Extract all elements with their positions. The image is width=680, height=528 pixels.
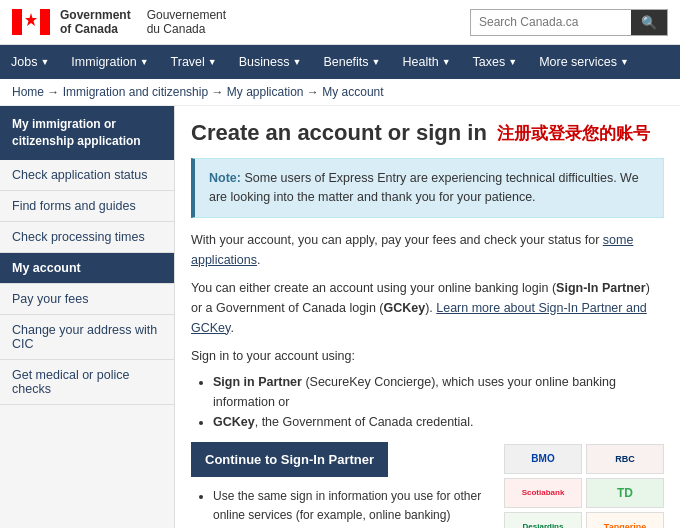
svg-rect-1	[40, 9, 50, 35]
sidebar-item-processing-times[interactable]: Check processing times	[0, 222, 174, 253]
svg-rect-0	[12, 9, 22, 35]
note-label: Note:	[209, 171, 241, 185]
continue-signin-partner-button[interactable]: Continue to Sign-In Partner	[191, 442, 388, 477]
td-logo: TD	[586, 478, 664, 508]
scotiabank-logo: Scotiabank	[504, 478, 582, 508]
partner-logos: BMO RBC Scotiabank TD Desjardins Tangeri…	[504, 444, 664, 529]
desjardins-logo: Desjardins	[504, 512, 582, 529]
nav-item-jobs[interactable]: Jobs ▼	[0, 45, 60, 79]
content-area: Create an account or sign in 注册或登录您的账号 N…	[175, 106, 680, 528]
signin-partner-bullets: Use the same sign in information you use…	[213, 487, 492, 529]
gov-fr-line1: Gouvernement	[147, 8, 226, 22]
note-text: Some users of Express Entry are experien…	[209, 171, 639, 204]
some-applications-link[interactable]: some applications	[191, 233, 633, 267]
sidebar-item-medical-police[interactable]: Get medical or police checks	[0, 360, 174, 405]
note-box: Note: Some users of Express Entry are ex…	[191, 158, 664, 218]
sidebar-item-check-status[interactable]: Check application status	[0, 160, 174, 191]
para3: Sign in to your account using:	[191, 346, 664, 366]
chevron-down-icon: ▼	[140, 57, 149, 67]
chevron-down-icon: ▼	[208, 57, 217, 67]
sidebar-item-change-address[interactable]: Change your address with CIC	[0, 315, 174, 360]
para2: You can either create an account using y…	[191, 278, 664, 338]
gov-title: Government of Canada Gouvernement du Can…	[60, 8, 226, 36]
breadcrumb: Home → Immigration and citizenship → My …	[0, 79, 680, 106]
chevron-down-icon: ▼	[40, 57, 49, 67]
bmo-logo: BMO	[504, 444, 582, 474]
breadcrumb-application[interactable]: My application	[227, 85, 304, 99]
sidebar: My immigration or citizenship applicatio…	[0, 106, 175, 528]
header: Government of Canada Gouvernement du Can…	[0, 0, 680, 45]
nav-item-more-services[interactable]: More services ▼	[528, 45, 640, 79]
main-layout: My immigration or citizenship applicatio…	[0, 106, 680, 528]
list-item: GCKey, the Government of Canada credenti…	[213, 412, 664, 432]
breadcrumb-immigration[interactable]: Immigration and citizenship	[63, 85, 208, 99]
sidebar-item-pay-fees[interactable]: Pay your fees	[0, 284, 174, 315]
gov-en-line1: Government	[60, 8, 131, 22]
nav-item-business[interactable]: Business ▼	[228, 45, 313, 79]
header-left: Government of Canada Gouvernement du Can…	[12, 8, 226, 36]
canada-flag-icon	[12, 9, 50, 35]
signin-method-list: Sign in Partner (SecureKey Concierge), w…	[213, 372, 664, 432]
chevron-down-icon: ▼	[442, 57, 451, 67]
breadcrumb-account[interactable]: My account	[322, 85, 383, 99]
chevron-down-icon: ▼	[372, 57, 381, 67]
sidebar-heading: My immigration or citizenship applicatio…	[0, 106, 174, 160]
sidebar-item-my-account[interactable]: My account	[0, 253, 174, 284]
list-item: Sign in Partner (SecureKey Concierge), w…	[213, 372, 664, 412]
search-button[interactable]: 🔍	[631, 10, 667, 35]
chevron-down-icon: ▼	[508, 57, 517, 67]
main-nav: Jobs ▼ Immigration ▼ Travel ▼ Business ▼…	[0, 45, 680, 79]
nav-item-travel[interactable]: Travel ▼	[160, 45, 228, 79]
list-item: Use the same sign in information you use…	[213, 487, 492, 525]
tangerine-logo: Tangerine	[586, 512, 664, 529]
page-title-row: Create an account or sign in 注册或登录您的账号	[191, 120, 664, 146]
rbc-logo: RBC	[586, 444, 664, 474]
search-input[interactable]	[471, 10, 631, 35]
nav-item-benefits[interactable]: Benefits ▼	[312, 45, 391, 79]
nav-item-health[interactable]: Health ▼	[391, 45, 461, 79]
gov-fr-line2: du Canada	[147, 22, 226, 36]
nav-item-taxes[interactable]: Taxes ▼	[462, 45, 529, 79]
search-box: 🔍	[470, 9, 668, 36]
chevron-down-icon: ▼	[292, 57, 301, 67]
sidebar-item-forms-guides[interactable]: Find forms and guides	[0, 191, 174, 222]
chevron-down-icon: ▼	[620, 57, 629, 67]
breadcrumb-home[interactable]: Home	[12, 85, 44, 99]
page-title: Create an account or sign in	[191, 120, 487, 146]
left-col: Continue to Sign-In Partner Use the same…	[191, 442, 492, 529]
nav-item-immigration[interactable]: Immigration ▼	[60, 45, 159, 79]
gov-en-line2: of Canada	[60, 22, 131, 36]
page-title-annotation: 注册或登录您的账号	[497, 122, 650, 145]
two-col-section: Continue to Sign-In Partner Use the same…	[191, 442, 664, 529]
para1: With your account, you can apply, pay yo…	[191, 230, 664, 270]
